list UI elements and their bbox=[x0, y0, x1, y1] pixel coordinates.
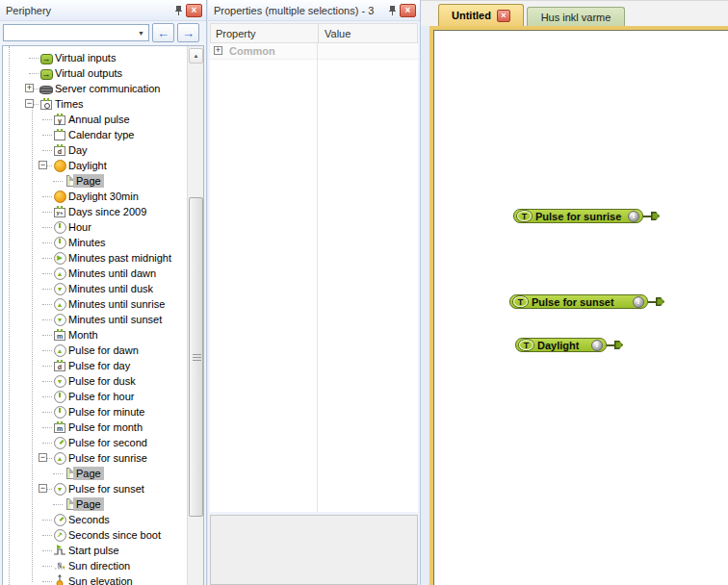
tree-item-label: Times bbox=[52, 97, 87, 111]
tree-item-virtual-inputs[interactable]: →Virtual inputs bbox=[3, 50, 187, 65]
tree-item-days-since-2009[interactable]: y+Days since 2009 bbox=[3, 204, 187, 219]
collapse-minus-icon[interactable]: − bbox=[39, 484, 47, 493]
tree-connector-line bbox=[42, 520, 52, 521]
tree-item-pulse-for-dawn[interactable]: ▲Pulse for dawn bbox=[3, 343, 187, 358]
pin-icon[interactable] bbox=[170, 4, 186, 17]
column-divider[interactable] bbox=[317, 43, 318, 512]
tree-item-label: Pulse for dawn bbox=[65, 343, 142, 357]
tree-item-label: Page bbox=[73, 497, 104, 511]
tree-item-label: Server communication bbox=[52, 82, 163, 95]
close-icon[interactable]: × bbox=[400, 4, 416, 17]
tree-item-hour[interactable]: Hour bbox=[3, 219, 187, 235]
tree-connector-line bbox=[42, 227, 52, 228]
tree-item-annual-pulse[interactable]: yAnnual pulse bbox=[3, 112, 187, 127]
tree-item-sun-direction[interactable]: NSun direction bbox=[3, 558, 187, 573]
tree-connector-line bbox=[42, 443, 52, 444]
tree-item-minutes-until-sunset[interactable]: ▼Minutes until sunset bbox=[3, 312, 187, 327]
properties-body: +Common bbox=[210, 43, 418, 512]
chevron-down-icon[interactable]: ▼ bbox=[134, 30, 148, 37]
tree-scrollbar: ▲ bbox=[187, 46, 203, 585]
tree-item-daylight[interactable]: −Daylight bbox=[3, 158, 187, 173]
properties-panel: Properties (multiple selections) - 3 × P… bbox=[208, 0, 421, 585]
app-window: Periphery × ▼ ← → →Virtual inputs→Virtua… bbox=[0, 0, 728, 585]
tree-item-page[interactable]: Page bbox=[3, 173, 187, 189]
tree-item-page[interactable]: Page bbox=[3, 466, 187, 481]
tree-item-pulse-for-second[interactable]: Pulse for second bbox=[3, 435, 187, 450]
tree-item-minutes-until-sunrise[interactable]: ▲Minutes until sunrise bbox=[3, 296, 187, 312]
tree-item-label: Start pulse bbox=[65, 544, 122, 557]
tree-item-times[interactable]: −Times bbox=[3, 96, 187, 112]
scroll-up-arrow[interactable]: ▲ bbox=[189, 48, 203, 64]
close-icon[interactable]: × bbox=[186, 4, 202, 17]
column-header-value[interactable]: Value bbox=[318, 24, 417, 42]
periphery-tree: →Virtual inputs→Virtual outputs+Server c… bbox=[2, 45, 204, 585]
tree-item-day[interactable]: dDay bbox=[3, 142, 187, 158]
tree-item-seconds-since-boot[interactable]: ↗Seconds since boot bbox=[3, 527, 187, 543]
tree-item-minutes-past-midnight[interactable]: ▶Minutes past midnight bbox=[3, 250, 187, 266]
tree-item-pulse-for-sunset[interactable]: −▼Pulse for sunset bbox=[3, 481, 187, 496]
tree-item-label: Minutes until dawn bbox=[65, 267, 159, 280]
property-group-common[interactable]: +Common bbox=[210, 43, 418, 60]
block-label: Pulse for sunrise bbox=[535, 211, 624, 222]
function-block-daylight[interactable]: TDaylighti bbox=[515, 338, 607, 352]
expand-plus-icon[interactable]: + bbox=[214, 46, 222, 55]
tree-connector-line bbox=[42, 289, 52, 290]
tree-item-pulse-for-dusk[interactable]: ▼Pulse for dusk bbox=[3, 373, 187, 389]
tree-item-minutes-until-dusk[interactable]: ▼Minutes until dusk bbox=[3, 281, 187, 296]
tab-close-icon[interactable]: × bbox=[497, 10, 510, 22]
tree-item-page[interactable]: Page bbox=[3, 496, 187, 512]
column-header-property[interactable]: Property bbox=[211, 28, 318, 39]
timer-badge: T bbox=[519, 340, 533, 350]
tab-label: Hus inkl varme bbox=[541, 12, 611, 23]
tree-item-label: Page bbox=[73, 467, 104, 480]
function-block-pulse-for-sunset[interactable]: TPulse for sunseti bbox=[509, 294, 648, 309]
tree-connector-line bbox=[53, 504, 63, 505]
tree-item-pulse-for-day[interactable]: dPulse for day bbox=[3, 358, 187, 373]
properties-title-bar: Properties (multiple selections) - 3 × bbox=[208, 0, 420, 21]
tree-item-calendar-type[interactable]: Calendar type bbox=[3, 127, 187, 142]
info-icon: i bbox=[628, 211, 639, 222]
tree-item-label: Pulse for dusk bbox=[65, 374, 139, 388]
forward-button[interactable]: → bbox=[177, 23, 199, 42]
tree-item-minutes[interactable]: Minutes bbox=[3, 235, 187, 250]
document-tabstrip: Untitled×Hus inkl varme bbox=[421, 0, 728, 26]
tab-hus-inkl-varme[interactable]: Hus inkl varme bbox=[527, 7, 625, 26]
tree-item-label: Pulse for sunset bbox=[65, 482, 147, 496]
tree-item-start-pulse[interactable]: Start pulse bbox=[3, 543, 187, 558]
tree-item-label: Calendar type bbox=[65, 128, 138, 141]
tree-item-label: Day bbox=[65, 143, 91, 157]
collapse-minus-icon[interactable]: − bbox=[39, 161, 47, 169]
collapse-minus-icon[interactable]: − bbox=[39, 453, 47, 462]
tree-connector-line bbox=[42, 350, 52, 351]
workspace-area: Untitled×Hus inkl varme bbox=[421, 0, 728, 585]
search-combo-input[interactable]: ▼ bbox=[3, 24, 149, 41]
property-description-box bbox=[210, 515, 418, 585]
tree-connector-line bbox=[42, 581, 52, 582]
tree-item-label: Seconds bbox=[65, 513, 113, 526]
scrollbar-thumb[interactable] bbox=[189, 197, 203, 517]
expand-plus-icon[interactable]: + bbox=[25, 84, 34, 92]
tree-item-seconds[interactable]: Seconds bbox=[3, 512, 187, 527]
tree-item-label: Minutes until sunset bbox=[65, 313, 165, 326]
tree-item-month[interactable]: mMonth bbox=[3, 327, 187, 343]
collapse-minus-icon[interactable]: − bbox=[25, 99, 34, 108]
tree-item-sun-elevation[interactable]: Sun elevation bbox=[3, 573, 187, 585]
tree-item-label: Pulse for sunrise bbox=[65, 451, 150, 465]
block-label: Daylight bbox=[537, 340, 587, 351]
tree-item-virtual-outputs[interactable]: →Virtual outputs bbox=[3, 65, 187, 81]
tree-connector-line bbox=[42, 135, 52, 136]
tree-item-minutes-until-dawn[interactable]: ▲Minutes until dawn bbox=[3, 266, 187, 281]
pin-icon[interactable] bbox=[384, 4, 400, 17]
function-block-pulse-for-sunrise[interactable]: TPulse for sunrisei bbox=[513, 209, 643, 223]
tree-item-server-communication[interactable]: +Server communication bbox=[3, 81, 187, 96]
tree-item-pulse-for-minute[interactable]: Pulse for minute bbox=[3, 404, 187, 420]
tab-untitled[interactable]: Untitled× bbox=[438, 4, 524, 26]
tree-item-pulse-for-hour[interactable]: Pulse for hour bbox=[3, 389, 187, 404]
tree-item-daylight-30min[interactable]: Daylight 30min bbox=[3, 189, 187, 204]
tree-connector-line bbox=[42, 550, 52, 551]
tree-item-label: Daylight bbox=[65, 159, 110, 172]
tree-item-pulse-for-sunrise[interactable]: −▲Pulse for sunrise bbox=[3, 450, 187, 466]
tree-item-label: Days since 2009 bbox=[65, 205, 149, 218]
tree-item-pulse-for-month[interactable]: mPulse for month bbox=[3, 420, 187, 435]
back-button[interactable]: ← bbox=[152, 23, 174, 42]
